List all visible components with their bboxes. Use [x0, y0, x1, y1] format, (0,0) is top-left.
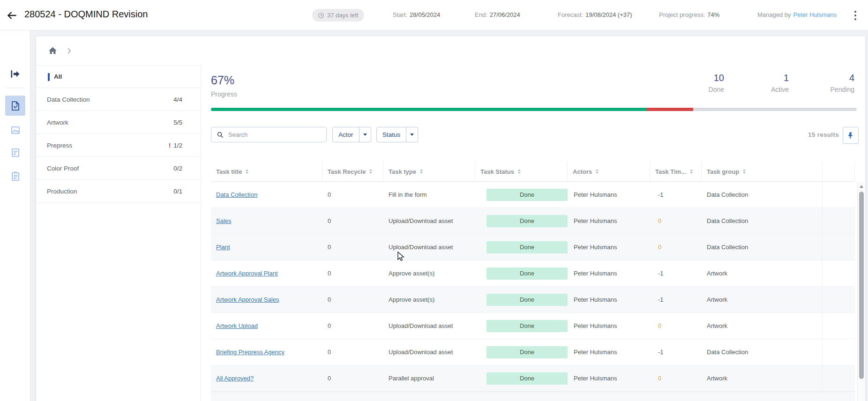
table-row: Artwork Upload0Upload/Download assetDone…: [211, 313, 855, 339]
task-link[interactable]: Plant: [216, 244, 230, 251]
task-link[interactable]: All Approved?: [216, 375, 254, 382]
nav-reports[interactable]: [5, 166, 25, 186]
cell-empty: [822, 182, 855, 208]
scrollbar-thumb[interactable]: [859, 192, 864, 379]
kebab-menu-icon[interactable]: [854, 10, 862, 21]
image-icon: [10, 125, 21, 136]
column-header-task-status[interactable]: Task Status: [475, 162, 568, 181]
stat-done: 10Done: [709, 73, 724, 93]
group-label: Artwork: [47, 119, 68, 126]
chevron-down-icon: [363, 134, 367, 138]
table-row: Plant0Upload/Download assetDonePeter Hul…: [211, 234, 855, 260]
status-button[interactable]: Status: [376, 127, 406, 142]
group-count: 4/4: [173, 96, 182, 103]
cell-task-title: Artwork Approval Sales: [211, 287, 322, 312]
group-item-artwork[interactable]: Artwork5/5: [36, 111, 201, 134]
managed-by: Managed by Peter Hulsmans: [757, 11, 837, 18]
task-link[interactable]: Briefing Prepress Agency: [216, 349, 284, 356]
nav-tasks[interactable]: [5, 96, 25, 116]
back-arrow-icon[interactable]: [6, 9, 18, 22]
column-label: Task type: [389, 168, 416, 175]
status-badge: Done: [486, 320, 568, 332]
group-item-all[interactable]: All: [36, 65, 201, 88]
stat-pending: 4Pending: [831, 73, 854, 93]
status-dropdown-button[interactable]: [406, 127, 418, 142]
group-item-production[interactable]: Production0/1: [36, 180, 201, 203]
progress-bar-overdue: [647, 108, 693, 111]
home-icon[interactable]: [47, 45, 58, 56]
cell-actors: Peter Hulsmans: [568, 260, 650, 286]
icon-rail: [0, 30, 30, 401]
cell-task-group: Data Collection: [702, 182, 823, 208]
cell-task-time: -1: [650, 182, 702, 208]
group-count: 5/5: [173, 119, 182, 126]
start-date: Start: 28/05/2024: [393, 11, 440, 18]
group-item-prepress[interactable]: Prepress!1/2: [36, 134, 201, 157]
cell-task-time: -1: [650, 260, 702, 286]
pin-button[interactable]: [843, 127, 859, 144]
cell-task-group: Artwork: [702, 365, 823, 391]
clock-icon: [318, 12, 324, 19]
column-header-empty: [823, 162, 855, 181]
actor-dropdown-button[interactable]: [359, 127, 371, 142]
progress-label: Progress: [211, 90, 237, 98]
results-count: 15 results: [808, 131, 839, 138]
cell-task-status: Done: [475, 287, 568, 312]
vertical-scrollbar[interactable]: [857, 182, 865, 401]
task-link[interactable]: Artwork Upload: [216, 322, 258, 329]
cell-task-status: Done: [475, 260, 568, 286]
task-link[interactable]: Artwork Approval Sales: [216, 296, 279, 303]
cell-task-group: Artwork: [702, 260, 823, 286]
stat-label: Pending: [831, 86, 854, 93]
search-icon: [217, 131, 224, 138]
group-count: 0/1: [173, 188, 182, 195]
sort-icon: [420, 168, 423, 175]
nav-assets[interactable]: [5, 120, 25, 140]
cell-actors: Peter Hulsmans: [568, 208, 650, 234]
column-header-task-type[interactable]: Task type: [383, 162, 475, 181]
cell-task-group: Data Collection: [702, 208, 823, 234]
cell-task-status: Done: [475, 208, 568, 234]
column-label: Task Recycle: [328, 168, 366, 175]
search-input[interactable]: [224, 131, 313, 138]
column-label: Task title: [216, 168, 242, 175]
column-header-actors[interactable]: Actors: [568, 162, 650, 181]
stat-value: 10: [709, 73, 724, 83]
cell-empty: [822, 313, 855, 339]
cell-task-time: -1: [650, 339, 702, 365]
cell-empty: [822, 287, 855, 312]
column-label: Actors: [573, 168, 592, 175]
actor-button[interactable]: Actor: [332, 127, 359, 142]
cell-task-type: Upload/Download asset: [383, 339, 475, 365]
group-label: Prepress: [47, 142, 72, 149]
scroll-up-icon[interactable]: [860, 183, 863, 188]
table-row: Briefing Prepress Agency0Upload/Download…: [211, 339, 855, 365]
document-check-icon: [10, 100, 21, 111]
nav-forms[interactable]: [5, 142, 25, 163]
column-header-task-tim[interactable]: Task Tim...: [650, 162, 702, 181]
task-link[interactable]: Data Collection: [216, 191, 257, 198]
cell-task-time: -1: [650, 287, 702, 312]
task-link[interactable]: Sales: [216, 217, 232, 224]
cell-task-recycle: 0: [322, 287, 383, 312]
cell-task-type: Fill in the form: [383, 182, 475, 208]
group-item-color-proof[interactable]: Color Proof0/2: [36, 157, 201, 180]
status-badge: Done: [486, 215, 568, 227]
column-header-task-recycle[interactable]: Task Recycle: [322, 162, 383, 181]
cell-task-type: Upload/Download asset: [383, 208, 475, 234]
project-topbar: 280524 - DOQMIND Revision 37 days left S…: [0, 0, 868, 30]
cell-empty: [822, 260, 855, 286]
group-item-data-collection[interactable]: Data Collection4/4: [36, 88, 201, 111]
table-row: All Approved?0Parallel approvalDonePeter…: [211, 365, 855, 392]
days-left-badge: 37 days left: [312, 9, 364, 22]
status-badge: Done: [486, 346, 568, 358]
cell-task-recycle: 0: [322, 313, 383, 339]
task-link[interactable]: Artwork Approval Plant: [216, 270, 278, 277]
group-count: 0/2: [173, 165, 182, 172]
column-header-task-group[interactable]: Task group: [702, 162, 823, 181]
column-header-task-title[interactable]: Task title: [211, 162, 322, 181]
days-left-text: 37 days left: [327, 12, 359, 19]
manager-link[interactable]: Peter Hulsmans: [793, 11, 837, 18]
exit-icon[interactable]: [9, 68, 21, 80]
sort-icon: [518, 168, 521, 175]
